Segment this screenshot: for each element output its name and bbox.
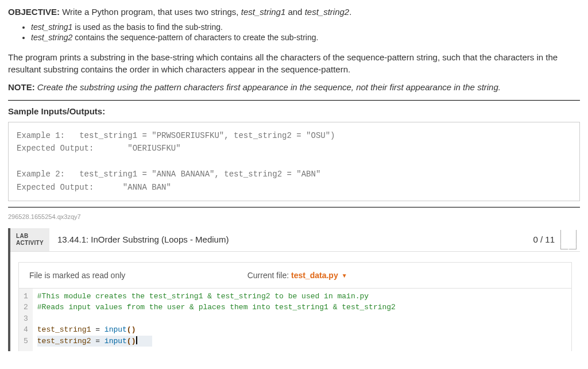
objective-line: OBJECTIVE: Write a Python program, that … <box>8 7 580 17</box>
file-toolbar: File is marked as read only Current file… <box>19 263 571 288</box>
activity-title: 13.44.1: InOrder Substring (Loops - Medi… <box>49 228 533 251</box>
list-item: test_string1 is used as the basis to fin… <box>31 22 580 32</box>
code-line: test_string1 = input() <box>37 324 567 336</box>
note-label: NOTE: <box>8 82 35 92</box>
file-readonly-label: File is marked as read only <box>29 271 125 280</box>
score-text: 0 / 11 <box>533 235 555 244</box>
code-operator: = <box>91 325 104 334</box>
sample-io-heading: Sample Inputs/Outputs: <box>8 106 580 116</box>
note-text: Create the substring using the pattern c… <box>35 82 501 92</box>
activity-header: LAB ACTIVITY 13.44.1: InOrder Substring … <box>10 228 580 252</box>
code-identifier: test_string1 <box>37 325 91 334</box>
bullet2-text: contains the sequence-pattern of charact… <box>72 33 318 42</box>
objective-text-mid: and <box>285 7 304 17</box>
code-line: #Reads input values from the user & plac… <box>37 302 567 313</box>
lab-badge-line1: LAB <box>16 233 44 240</box>
code-line: #This module creates the test_string1 & … <box>37 291 567 302</box>
line-number: 2 <box>24 302 28 313</box>
text-cursor <box>136 336 137 344</box>
code-paren: ) <box>131 325 136 334</box>
code-line-active: test_string2 = input() <box>37 336 152 347</box>
score-box: 0 / 11 <box>533 228 580 251</box>
objective-label: OBJECTIVE: <box>8 7 60 17</box>
bullet1-var: test_string1 <box>31 22 72 32</box>
code-function: input <box>105 325 127 334</box>
line-number: 4 <box>24 324 28 336</box>
list-item: test_string2 contains the sequence-patte… <box>31 33 580 42</box>
code-paren: ( <box>127 337 131 345</box>
horizontal-rule <box>8 100 580 101</box>
lab-badge-line2: ACTIVITY <box>16 240 44 247</box>
note-line: NOTE: Create the substring using the pat… <box>8 82 580 92</box>
objective-text-end: . <box>349 7 351 17</box>
current-file-label: Current file: <box>247 271 291 280</box>
current-file-selector[interactable]: Current file: test_data.py▼ <box>125 271 469 280</box>
lab-activity-badge: LAB ACTIVITY <box>10 228 49 251</box>
line-number: 3 <box>24 313 28 325</box>
line-number-gutter: 1 2 3 4 5 <box>19 289 33 352</box>
code-line <box>37 313 567 325</box>
lab-activity-block: LAB ACTIVITY 13.44.1: InOrder Substring … <box>8 228 580 352</box>
description-paragraph: The program prints a substring in the ba… <box>8 51 580 75</box>
objective-var2: test_string2 <box>305 7 350 17</box>
bullet1-text: is used as the basis to find the sub-str… <box>72 22 222 32</box>
code-comment: #This module creates the test_string1 & … <box>37 292 369 301</box>
line-number: 1 <box>24 291 28 302</box>
bullet2-var: test_string2 <box>31 33 72 42</box>
score-ribbon-icon <box>560 230 577 249</box>
code-editor[interactable]: 1 2 3 4 5 #This module creates the test_… <box>19 288 571 352</box>
line-number: 5 <box>24 336 28 347</box>
file-panel: File is marked as read only Current file… <box>18 262 572 352</box>
objective-text-before: Write a Python program, that uses two st… <box>60 7 241 17</box>
code-operator: = <box>91 337 104 345</box>
horizontal-rule <box>8 207 580 207</box>
code-comment: #Reads input values from the user & plac… <box>37 303 396 312</box>
code-identifier: test_string2 <box>37 337 91 345</box>
objective-bullet-list: test_string1 is used as the basis to fin… <box>8 22 580 42</box>
chevron-down-icon: ▼ <box>342 272 347 279</box>
code-function: input <box>105 337 127 345</box>
code-paren: ) <box>131 337 136 345</box>
code-paren: ( <box>127 325 131 334</box>
current-file-name: test_data.py <box>291 271 338 280</box>
objective-var1: test_string1 <box>241 7 286 17</box>
example-code-box: Example 1: test_string1 = "PRWSOERIUSFKU… <box>8 122 580 201</box>
code-content: #This module creates the test_string1 & … <box>33 289 571 352</box>
quiz-identifier: 296528.1655254.qx3zqy7 <box>8 213 580 220</box>
